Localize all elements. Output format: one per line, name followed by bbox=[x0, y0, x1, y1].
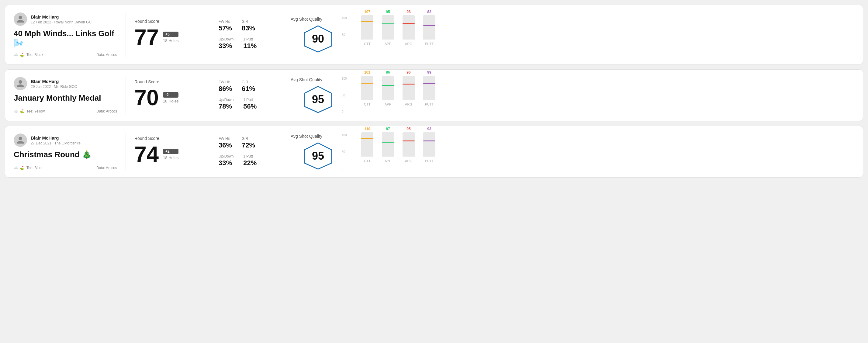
flag-icon: ⛳ bbox=[20, 109, 24, 114]
chart-column-ott: 107 OTT bbox=[361, 15, 373, 45]
fw-hit-value: 86% bbox=[219, 85, 232, 93]
chart-value: 93 bbox=[423, 127, 435, 131]
stat-updown: Up/Down 33% bbox=[219, 37, 234, 50]
card-middle: Round Score 74 +2 18 Holes bbox=[134, 133, 201, 170]
card-stats: FW Hit 36% GIR 72% Up/Down 33% 1 Putt bbox=[219, 133, 273, 170]
chart-value: 82 bbox=[423, 10, 435, 14]
quality-label: Avg Shot Quality bbox=[291, 17, 322, 22]
updown-label: Up/Down bbox=[219, 98, 234, 102]
fw-hit-label: FW Hit bbox=[219, 80, 232, 84]
chart-bar-line bbox=[361, 138, 373, 139]
score-holes: 18 Holes bbox=[163, 99, 179, 103]
user-row: Blair McHarg 12 Feb 2022 · Royal North D… bbox=[14, 12, 117, 26]
score-row: 74 +2 18 Holes bbox=[134, 143, 201, 165]
chart-x-label: ARG bbox=[405, 159, 412, 163]
chart-column-putt: 99 PUTT bbox=[423, 76, 435, 106]
stat-gir: GIR 72% bbox=[242, 136, 255, 149]
gir-label: GIR bbox=[242, 20, 255, 24]
y-label-100: 100 bbox=[342, 17, 347, 20]
user-name: Blair McHarg bbox=[31, 79, 77, 84]
score-delta: +5 bbox=[163, 32, 179, 37]
score-row: 70 -2 18 Holes bbox=[134, 87, 201, 108]
chart-column-ott: 110 OTT bbox=[361, 132, 373, 163]
chart-x-label: OTT bbox=[364, 42, 371, 45]
y-label-100: 100 bbox=[342, 77, 347, 80]
user-name: Blair McHarg bbox=[31, 14, 92, 20]
stat-fw-hit: FW Hit 36% bbox=[219, 136, 232, 149]
chart-bar-bg bbox=[382, 132, 394, 157]
stats-group-bottom: Up/Down 33% 1 Putt 22% bbox=[219, 154, 273, 167]
divider bbox=[126, 12, 126, 57]
chart-bar-bg bbox=[403, 15, 415, 39]
stat-updown: Up/Down 78% bbox=[219, 98, 234, 111]
chart-bar-line bbox=[382, 85, 394, 86]
chart-value: 86 bbox=[382, 70, 394, 74]
tee-label: Tee: Blue bbox=[26, 166, 42, 170]
chart-bar-line bbox=[382, 23, 394, 24]
score-badge-col: -2 18 Holes bbox=[163, 92, 179, 103]
card-left: Blair McHarg 12 Feb 2022 · Royal North D… bbox=[14, 12, 117, 57]
chart-column-putt: 93 PUTT bbox=[423, 132, 435, 163]
chart-column-putt: 82 PUTT bbox=[423, 15, 435, 45]
chart-bar-line bbox=[423, 141, 435, 142]
weather-icon: ☁️ bbox=[14, 109, 18, 114]
y-label-50: 50 bbox=[342, 150, 347, 154]
y-label-0: 0 bbox=[342, 50, 347, 53]
gir-label: GIR bbox=[242, 80, 255, 84]
chart-bar-bg bbox=[423, 76, 435, 100]
chart-column-app: 95 APP bbox=[382, 15, 394, 45]
chart-bar-bg bbox=[382, 76, 394, 100]
y-label-50: 50 bbox=[342, 94, 347, 97]
chart-bar-bg bbox=[423, 15, 435, 39]
chart-value: 87 bbox=[382, 127, 394, 131]
chart-area: 107 OTT 95 APP 98 ARG bbox=[361, 17, 854, 53]
user-info: Blair McHarg 27 Dec 2021 · The Oxfordshi… bbox=[31, 135, 81, 145]
stat-oneputt: 1 Putt 22% bbox=[243, 154, 257, 167]
data-source: Data: Arccos bbox=[96, 166, 117, 170]
oneputt-label: 1 Putt bbox=[243, 154, 257, 158]
flag-icon: ⛳ bbox=[20, 53, 24, 57]
round-card: Blair McHarg 12 Feb 2022 · Royal North D… bbox=[5, 5, 863, 64]
user-info: Blair McHarg 29 Jan 2022 · Mill Ride GCC bbox=[31, 79, 77, 89]
chart-value: 95 bbox=[403, 127, 415, 131]
chart-x-label: APP bbox=[384, 42, 391, 45]
tee-icons: ☁️ ⛳ bbox=[14, 166, 24, 170]
chart-column-arg: 96 ARG bbox=[403, 76, 415, 106]
oneputt-label: 1 Putt bbox=[243, 98, 257, 102]
chart-bar-bg bbox=[361, 15, 373, 39]
chart-bar-bg bbox=[423, 132, 435, 157]
stat-updown: Up/Down 33% bbox=[219, 154, 234, 167]
quality-label: Avg Shot Quality bbox=[291, 77, 322, 82]
chart-bar-line bbox=[403, 23, 415, 24]
round-score-label: Round Score bbox=[134, 80, 201, 84]
user-icon bbox=[16, 15, 25, 23]
chart-bar-bg bbox=[382, 15, 394, 39]
oneputt-value: 11% bbox=[243, 42, 257, 50]
user-icon bbox=[16, 80, 25, 88]
divider3 bbox=[282, 77, 282, 114]
score-value: 70 bbox=[134, 87, 159, 108]
chart-wrapper: 100 50 0 107 OTT 95 bbox=[351, 17, 854, 53]
stat-fw-hit: FW Hit 57% bbox=[219, 20, 232, 32]
tee-icons: ☁️ ⛳ bbox=[14, 53, 24, 57]
quality-score: 95 bbox=[312, 150, 324, 162]
chart-area: 101 OTT 86 APP 96 ARG bbox=[361, 77, 854, 114]
hexagon: 95 bbox=[303, 142, 333, 170]
gir-value: 72% bbox=[242, 142, 255, 149]
hexagon: 90 bbox=[303, 25, 333, 53]
chart-column-app: 87 APP bbox=[382, 132, 394, 163]
gir-label: GIR bbox=[242, 136, 255, 141]
chart-value: 101 bbox=[361, 70, 373, 74]
quality-score: 90 bbox=[312, 33, 324, 45]
y-label-100: 100 bbox=[342, 133, 347, 137]
user-date: 27 Dec 2021 · The Oxfordshire bbox=[31, 141, 81, 145]
chart-x-label: APP bbox=[384, 159, 391, 163]
card-footer: ☁️ ⛳ Tee: Yellow Data: Arccos bbox=[14, 109, 117, 114]
chart-column-arg: 98 ARG bbox=[403, 15, 415, 45]
stats-group-bottom: Up/Down 78% 1 Putt 56% bbox=[219, 98, 273, 111]
weather-icon: ☁️ bbox=[14, 166, 18, 170]
chart-value: 98 bbox=[403, 10, 415, 14]
stats-group-top: FW Hit 86% GIR 61% bbox=[219, 80, 273, 93]
round-title: 40 Mph Winds... Links Golf 🌬️ bbox=[14, 29, 117, 48]
chart-column-arg: 95 ARG bbox=[403, 132, 415, 163]
